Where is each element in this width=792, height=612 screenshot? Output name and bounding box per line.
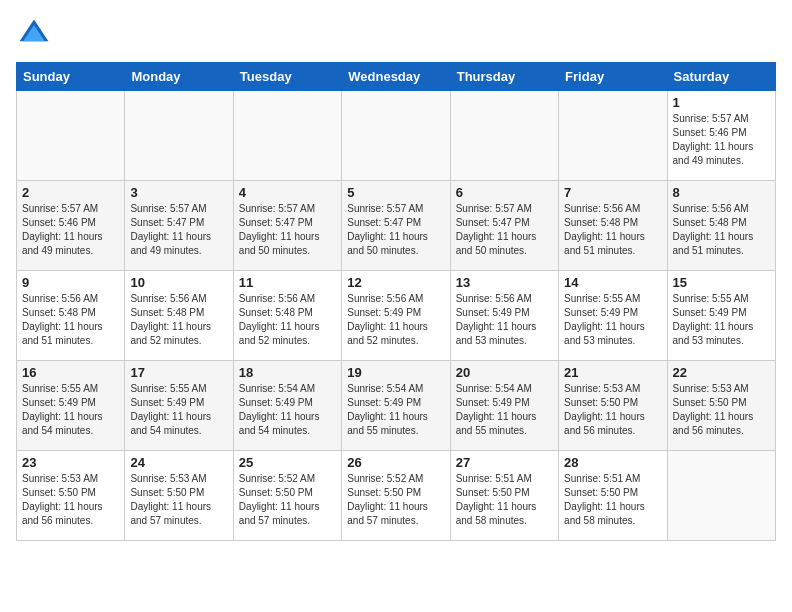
weekday-header-thursday: Thursday	[450, 63, 558, 91]
calendar-week-3: 9Sunrise: 5:56 AMSunset: 5:48 PMDaylight…	[17, 271, 776, 361]
daylight-text: Daylight: 11 hours and 51 minutes.	[673, 230, 770, 258]
day-number: 16	[22, 365, 119, 380]
cell-content: Sunrise: 5:55 AMSunset: 5:49 PMDaylight:…	[130, 382, 227, 438]
daylight-text: Daylight: 11 hours and 51 minutes.	[564, 230, 661, 258]
calendar-cell	[17, 91, 125, 181]
weekday-header-tuesday: Tuesday	[233, 63, 341, 91]
calendar-cell	[233, 91, 341, 181]
calendar-week-1: 1Sunrise: 5:57 AMSunset: 5:46 PMDaylight…	[17, 91, 776, 181]
sunrise-text: Sunrise: 5:57 AM	[130, 202, 227, 216]
sunset-text: Sunset: 5:46 PM	[22, 216, 119, 230]
sunset-text: Sunset: 5:47 PM	[347, 216, 444, 230]
cell-content: Sunrise: 5:53 AMSunset: 5:50 PMDaylight:…	[564, 382, 661, 438]
daylight-text: Daylight: 11 hours and 56 minutes.	[22, 500, 119, 528]
sunrise-text: Sunrise: 5:55 AM	[673, 292, 770, 306]
sunset-text: Sunset: 5:47 PM	[130, 216, 227, 230]
sunrise-text: Sunrise: 5:53 AM	[22, 472, 119, 486]
logo-icon	[16, 16, 52, 52]
calendar-cell: 27Sunrise: 5:51 AMSunset: 5:50 PMDayligh…	[450, 451, 558, 541]
sunrise-text: Sunrise: 5:54 AM	[239, 382, 336, 396]
sunset-text: Sunset: 5:49 PM	[673, 306, 770, 320]
daylight-text: Daylight: 11 hours and 49 minutes.	[130, 230, 227, 258]
cell-content: Sunrise: 5:54 AMSunset: 5:49 PMDaylight:…	[347, 382, 444, 438]
calendar-cell	[450, 91, 558, 181]
daylight-text: Daylight: 11 hours and 57 minutes.	[239, 500, 336, 528]
sunset-text: Sunset: 5:49 PM	[564, 306, 661, 320]
day-number: 18	[239, 365, 336, 380]
day-number: 26	[347, 455, 444, 470]
calendar-cell	[667, 451, 775, 541]
day-number: 6	[456, 185, 553, 200]
day-number: 20	[456, 365, 553, 380]
cell-content: Sunrise: 5:51 AMSunset: 5:50 PMDaylight:…	[456, 472, 553, 528]
sunset-text: Sunset: 5:48 PM	[673, 216, 770, 230]
calendar-cell: 4Sunrise: 5:57 AMSunset: 5:47 PMDaylight…	[233, 181, 341, 271]
calendar-week-2: 2Sunrise: 5:57 AMSunset: 5:46 PMDaylight…	[17, 181, 776, 271]
sunset-text: Sunset: 5:50 PM	[456, 486, 553, 500]
day-number: 9	[22, 275, 119, 290]
sunset-text: Sunset: 5:50 PM	[239, 486, 336, 500]
sunrise-text: Sunrise: 5:52 AM	[347, 472, 444, 486]
cell-content: Sunrise: 5:55 AMSunset: 5:49 PMDaylight:…	[22, 382, 119, 438]
weekday-header-friday: Friday	[559, 63, 667, 91]
cell-content: Sunrise: 5:56 AMSunset: 5:48 PMDaylight:…	[564, 202, 661, 258]
sunset-text: Sunset: 5:46 PM	[673, 126, 770, 140]
sunset-text: Sunset: 5:49 PM	[347, 396, 444, 410]
calendar-cell: 21Sunrise: 5:53 AMSunset: 5:50 PMDayligh…	[559, 361, 667, 451]
day-number: 23	[22, 455, 119, 470]
sunset-text: Sunset: 5:49 PM	[456, 306, 553, 320]
calendar-cell: 14Sunrise: 5:55 AMSunset: 5:49 PMDayligh…	[559, 271, 667, 361]
calendar-cell: 28Sunrise: 5:51 AMSunset: 5:50 PMDayligh…	[559, 451, 667, 541]
cell-content: Sunrise: 5:56 AMSunset: 5:48 PMDaylight:…	[130, 292, 227, 348]
weekday-header-monday: Monday	[125, 63, 233, 91]
daylight-text: Daylight: 11 hours and 57 minutes.	[347, 500, 444, 528]
daylight-text: Daylight: 11 hours and 54 minutes.	[239, 410, 336, 438]
daylight-text: Daylight: 11 hours and 58 minutes.	[564, 500, 661, 528]
daylight-text: Daylight: 11 hours and 52 minutes.	[239, 320, 336, 348]
daylight-text: Daylight: 11 hours and 50 minutes.	[239, 230, 336, 258]
sunrise-text: Sunrise: 5:53 AM	[673, 382, 770, 396]
sunrise-text: Sunrise: 5:57 AM	[456, 202, 553, 216]
sunset-text: Sunset: 5:50 PM	[564, 396, 661, 410]
sunset-text: Sunset: 5:50 PM	[22, 486, 119, 500]
calendar-cell: 16Sunrise: 5:55 AMSunset: 5:49 PMDayligh…	[17, 361, 125, 451]
calendar-cell: 25Sunrise: 5:52 AMSunset: 5:50 PMDayligh…	[233, 451, 341, 541]
cell-content: Sunrise: 5:52 AMSunset: 5:50 PMDaylight:…	[239, 472, 336, 528]
day-number: 1	[673, 95, 770, 110]
sunrise-text: Sunrise: 5:54 AM	[456, 382, 553, 396]
sunset-text: Sunset: 5:48 PM	[130, 306, 227, 320]
sunset-text: Sunset: 5:50 PM	[347, 486, 444, 500]
calendar-cell: 13Sunrise: 5:56 AMSunset: 5:49 PMDayligh…	[450, 271, 558, 361]
calendar-cell: 12Sunrise: 5:56 AMSunset: 5:49 PMDayligh…	[342, 271, 450, 361]
cell-content: Sunrise: 5:56 AMSunset: 5:49 PMDaylight:…	[456, 292, 553, 348]
calendar-week-5: 23Sunrise: 5:53 AMSunset: 5:50 PMDayligh…	[17, 451, 776, 541]
daylight-text: Daylight: 11 hours and 57 minutes.	[130, 500, 227, 528]
day-number: 15	[673, 275, 770, 290]
weekday-header-wednesday: Wednesday	[342, 63, 450, 91]
sunrise-text: Sunrise: 5:56 AM	[130, 292, 227, 306]
sunrise-text: Sunrise: 5:52 AM	[239, 472, 336, 486]
daylight-text: Daylight: 11 hours and 53 minutes.	[673, 320, 770, 348]
daylight-text: Daylight: 11 hours and 51 minutes.	[22, 320, 119, 348]
cell-content: Sunrise: 5:57 AMSunset: 5:46 PMDaylight:…	[673, 112, 770, 168]
sunrise-text: Sunrise: 5:57 AM	[347, 202, 444, 216]
sunset-text: Sunset: 5:49 PM	[239, 396, 336, 410]
sunrise-text: Sunrise: 5:51 AM	[456, 472, 553, 486]
sunrise-text: Sunrise: 5:56 AM	[22, 292, 119, 306]
sunrise-text: Sunrise: 5:53 AM	[564, 382, 661, 396]
sunrise-text: Sunrise: 5:53 AM	[130, 472, 227, 486]
daylight-text: Daylight: 11 hours and 55 minutes.	[347, 410, 444, 438]
daylight-text: Daylight: 11 hours and 56 minutes.	[673, 410, 770, 438]
day-number: 27	[456, 455, 553, 470]
sunrise-text: Sunrise: 5:51 AM	[564, 472, 661, 486]
daylight-text: Daylight: 11 hours and 53 minutes.	[564, 320, 661, 348]
day-number: 28	[564, 455, 661, 470]
sunset-text: Sunset: 5:47 PM	[456, 216, 553, 230]
cell-content: Sunrise: 5:52 AMSunset: 5:50 PMDaylight:…	[347, 472, 444, 528]
day-number: 7	[564, 185, 661, 200]
calendar-cell: 1Sunrise: 5:57 AMSunset: 5:46 PMDaylight…	[667, 91, 775, 181]
cell-content: Sunrise: 5:53 AMSunset: 5:50 PMDaylight:…	[130, 472, 227, 528]
cell-content: Sunrise: 5:53 AMSunset: 5:50 PMDaylight:…	[673, 382, 770, 438]
calendar-cell: 22Sunrise: 5:53 AMSunset: 5:50 PMDayligh…	[667, 361, 775, 451]
calendar-cell: 6Sunrise: 5:57 AMSunset: 5:47 PMDaylight…	[450, 181, 558, 271]
